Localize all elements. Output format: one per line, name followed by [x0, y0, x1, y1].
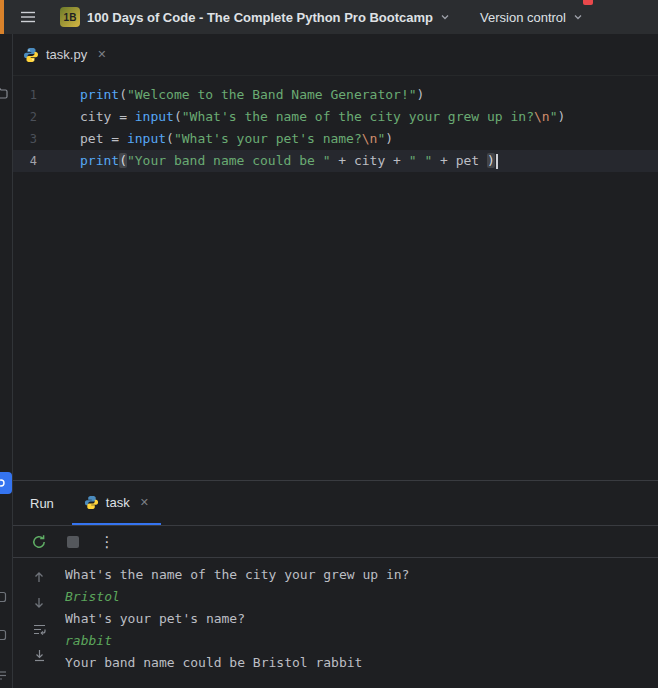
- recording-indicator: [583, 0, 593, 5]
- editor-tab-label: task.py: [46, 47, 87, 62]
- code-line-1[interactable]: 1print("Welcome to the Band Name Generat…: [13, 84, 658, 106]
- toolwindow-icon: [0, 629, 7, 641]
- line-number: 3: [13, 128, 37, 150]
- console-line: rabbit: [65, 630, 658, 652]
- chevron-down-icon: [573, 12, 583, 22]
- close-tab-icon[interactable]: ✕: [97, 48, 106, 61]
- run-tab-task[interactable]: task ✕: [72, 481, 161, 525]
- project-toolwindow-button[interactable]: [0, 82, 12, 104]
- run-tab-label: task: [106, 495, 130, 510]
- close-run-tab-icon[interactable]: ✕: [140, 496, 149, 509]
- code-line-4[interactable]: 4print("Your band name could be " + city…: [13, 150, 658, 172]
- project-selector[interactable]: 1B 100 Days of Code - The Complete Pytho…: [52, 4, 458, 30]
- run-panel-title: Run: [30, 496, 54, 511]
- run-toolwindow: Run task ✕: [13, 480, 658, 688]
- titlebar-accent-stripe: [0, 0, 4, 34]
- left-toolwindow-stripe: [0, 34, 13, 688]
- toolwindow-button-3[interactable]: [0, 664, 12, 686]
- arrow-down-icon: [32, 596, 46, 610]
- toolwindow-icon: [0, 478, 6, 488]
- ide-window: 1B 100 Days of Code - The Complete Pytho…: [0, 0, 658, 688]
- folder-icon: [0, 87, 8, 99]
- toolwindow-icon: [0, 591, 7, 603]
- line-number: 1: [13, 84, 37, 106]
- version-control-selector[interactable]: Version control: [472, 7, 591, 28]
- arrow-up-icon: [32, 570, 46, 584]
- code-text: print("Your band name could be " + city …: [37, 150, 498, 172]
- text-caret: [496, 154, 498, 169]
- rerun-icon: [31, 534, 47, 550]
- toolwindow-icon: [0, 669, 7, 681]
- python-icon: [23, 47, 39, 63]
- run-toolbar: ⋮: [13, 526, 658, 558]
- stop-button[interactable]: [62, 531, 84, 553]
- more-options-button[interactable]: ⋮: [96, 531, 118, 553]
- soft-wrap-icon: [32, 622, 47, 637]
- chevron-down-icon: [440, 12, 450, 22]
- hamburger-icon: [20, 10, 36, 24]
- console-line: What's the name of the city your grew up…: [65, 564, 658, 586]
- editor-tab-task-py[interactable]: task.py ✕: [13, 34, 116, 75]
- titlebar: 1B 100 Days of Code - The Complete Pytho…: [0, 0, 658, 34]
- editor-tabbar: task.py ✕: [13, 34, 658, 76]
- rerun-button[interactable]: [28, 531, 50, 553]
- line-number: 2: [13, 106, 37, 128]
- toolwindow-button-2[interactable]: [0, 624, 12, 646]
- project-name: 100 Days of Code - The Complete Python P…: [87, 10, 433, 25]
- next-occurrence-button[interactable]: [30, 594, 48, 612]
- code-text: pet = input("What's your pet's name?\n"): [37, 128, 393, 150]
- line-number: 4: [13, 150, 37, 172]
- soft-wrap-button[interactable]: [30, 620, 48, 638]
- version-control-label: Version control: [480, 10, 566, 25]
- code-line-2[interactable]: 2city = input("What's the name of the ci…: [13, 106, 658, 128]
- scroll-to-end-button[interactable]: [30, 646, 48, 664]
- code-editor[interactable]: 1print("Welcome to the Band Name Generat…: [13, 76, 658, 480]
- prev-occurrence-button[interactable]: [30, 568, 48, 586]
- toolwindow-button-1[interactable]: [0, 586, 12, 608]
- console-line: Your band name could be Bristol rabbit: [65, 652, 658, 674]
- python-icon: [84, 495, 99, 510]
- scroll-to-end-icon: [32, 648, 47, 663]
- console-line: What's your pet's name?: [65, 608, 658, 630]
- code-text: city = input("What's the name of the cit…: [37, 106, 565, 128]
- code-line-3[interactable]: 3pet = input("What's your pet's name?\n"…: [13, 128, 658, 150]
- console-gutter: [13, 558, 65, 688]
- run-header: Run task ✕: [13, 481, 658, 526]
- stop-icon: [67, 536, 79, 548]
- code-text: print("Welcome to the Band Name Generato…: [37, 84, 424, 106]
- main-menu-button[interactable]: [20, 10, 36, 24]
- active-toolwindow-button[interactable]: [0, 472, 12, 494]
- console-output[interactable]: What's the name of the city your grew up…: [65, 558, 658, 688]
- console-line: Bristol: [65, 586, 658, 608]
- project-badge: 1B: [60, 7, 80, 27]
- kebab-menu-icon: ⋮: [100, 534, 115, 549]
